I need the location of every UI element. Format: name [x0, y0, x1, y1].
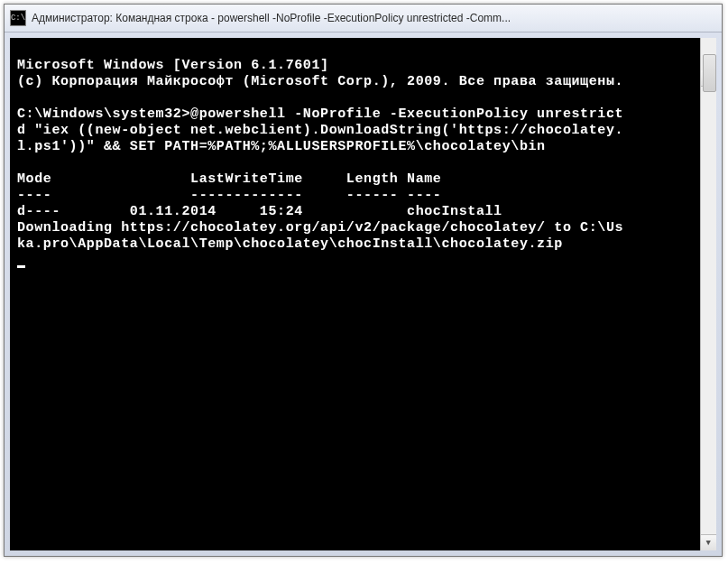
terminal-line: (c) Корпорация Майкрософт (Microsoft Cor… — [17, 74, 623, 89]
cmd-icon: C:\ — [10, 10, 26, 26]
titlebar[interactable]: C:\ Администратор: Командная строка - po… — [5, 5, 722, 32]
terminal-line: Microsoft Windows [Version 6.1.7601] — [17, 58, 329, 73]
terminal-output[interactable]: Microsoft Windows [Version 6.1.7601] (c)… — [10, 38, 716, 550]
scroll-down-button[interactable]: ▼ — [701, 534, 716, 550]
client-area: Microsoft Windows [Version 6.1.7601] (c)… — [5, 32, 722, 556]
terminal-window: C:\ Администратор: Командная строка - po… — [4, 4, 723, 557]
window-title: Администратор: Командная строка - powers… — [32, 12, 716, 24]
terminal-line: ---- ------------- ------ ---- — [17, 188, 441, 203]
scroll-thumb[interactable] — [703, 54, 716, 92]
terminal-line: ka.pro\AppData\Local\Temp\chocolatey\cho… — [17, 236, 563, 252]
terminal-line: l.ps1'))" && SET PATH=%PATH%;%ALLUSERSPR… — [17, 139, 546, 154]
terminal-line: Downloading https://chocolatey.org/api/v… — [17, 220, 623, 236]
terminal-line: Mode LastWriteTime Length Name — [17, 171, 441, 187]
terminal-line: C:\Windows\system32>@powershell -NoProfi… — [17, 106, 623, 122]
terminal-line: d "iex ((new-object net.webclient).Downl… — [17, 123, 623, 138]
cursor-icon — [17, 265, 25, 268]
vertical-scrollbar[interactable]: ▲ ▼ — [700, 38, 716, 550]
terminal-line: d---- 01.11.2014 15:24 chocInstall — [17, 204, 502, 219]
